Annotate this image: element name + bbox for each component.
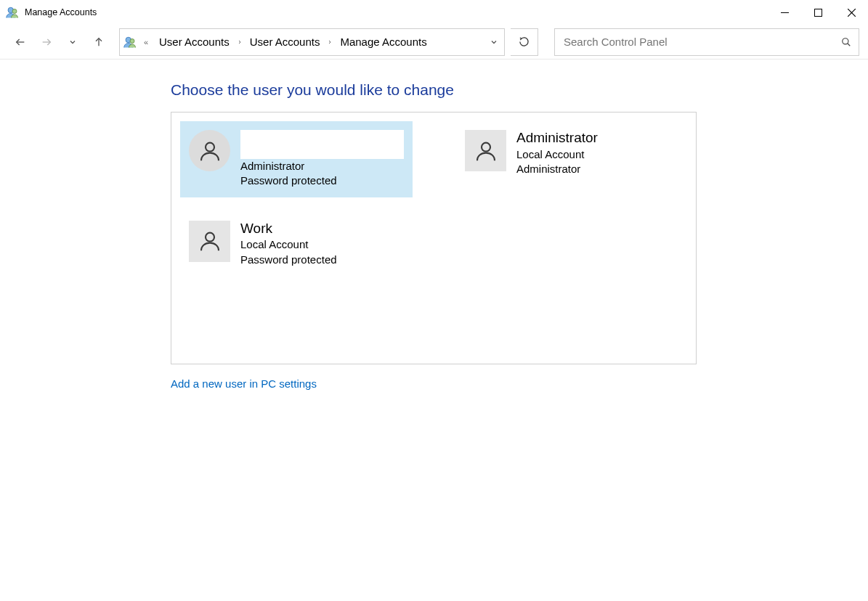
search-box[interactable] <box>554 28 859 56</box>
svg-point-14 <box>482 142 490 151</box>
maximize-button[interactable] <box>801 0 835 25</box>
toolbar: « User Accounts User Accounts Manage Acc… <box>0 25 868 60</box>
account-status: Administrator <box>516 162 598 176</box>
breadcrumb-item[interactable]: User Accounts <box>155 33 234 51</box>
account-status: Password protected <box>240 173 404 188</box>
recent-locations-button[interactable] <box>62 32 83 52</box>
svg-point-10 <box>130 38 134 43</box>
svg-point-15 <box>206 233 214 242</box>
minimize-button[interactable] <box>768 0 801 25</box>
account-item[interactable]: Administrator Password protected <box>180 121 413 197</box>
close-button[interactable] <box>835 0 868 25</box>
add-user-link[interactable]: Add a new user in PC settings <box>171 377 317 390</box>
up-button[interactable] <box>89 32 109 52</box>
svg-point-11 <box>843 38 848 44</box>
account-item[interactable]: Administrator Local Account Administrato… <box>456 121 687 197</box>
accounts-panel: Administrator Password protected Adminis… <box>171 112 697 364</box>
refresh-button[interactable] <box>511 28 538 56</box>
page-heading: Choose the user you would like to change <box>171 81 868 99</box>
breadcrumb-item[interactable]: User Accounts <box>246 33 325 51</box>
account-type: Administrator <box>240 159 404 173</box>
chevron-right-icon[interactable] <box>237 39 243 45</box>
account-type: Local Account <box>516 147 598 162</box>
account-status: Password protected <box>240 253 337 267</box>
account-name: Administrator <box>516 130 598 147</box>
svg-point-1 <box>12 9 17 14</box>
avatar <box>189 130 230 171</box>
address-icon <box>120 36 140 49</box>
window-controls <box>768 0 868 25</box>
address-dropdown-button[interactable] <box>484 38 504 46</box>
breadcrumb-item[interactable]: Manage Accounts <box>336 33 431 51</box>
breadcrumb: User Accounts User Accounts Manage Accou… <box>152 33 484 51</box>
window-title: Manage Accounts <box>25 7 97 17</box>
search-icon[interactable] <box>840 37 853 47</box>
back-button[interactable] <box>10 32 31 52</box>
account-item[interactable]: Work Local Account Password protected <box>180 212 413 276</box>
address-bar[interactable]: « User Accounts User Accounts Manage Acc… <box>119 28 505 56</box>
overflow-chevrons-icon[interactable]: « <box>140 38 152 46</box>
search-input[interactable] <box>564 36 840 48</box>
avatar <box>465 130 506 171</box>
title-bar: Manage Accounts <box>0 0 868 25</box>
forward-button[interactable] <box>36 32 57 52</box>
account-name: Work <box>240 221 337 237</box>
avatar <box>189 221 230 262</box>
content-area: Choose the user you would like to change… <box>0 60 868 390</box>
svg-line-12 <box>848 43 851 46</box>
chevron-right-icon[interactable] <box>327 39 333 45</box>
app-icon <box>6 6 19 19</box>
account-type: Local Account <box>240 237 337 252</box>
svg-rect-3 <box>814 9 822 16</box>
account-name-hidden <box>240 130 404 159</box>
svg-point-13 <box>206 142 214 151</box>
